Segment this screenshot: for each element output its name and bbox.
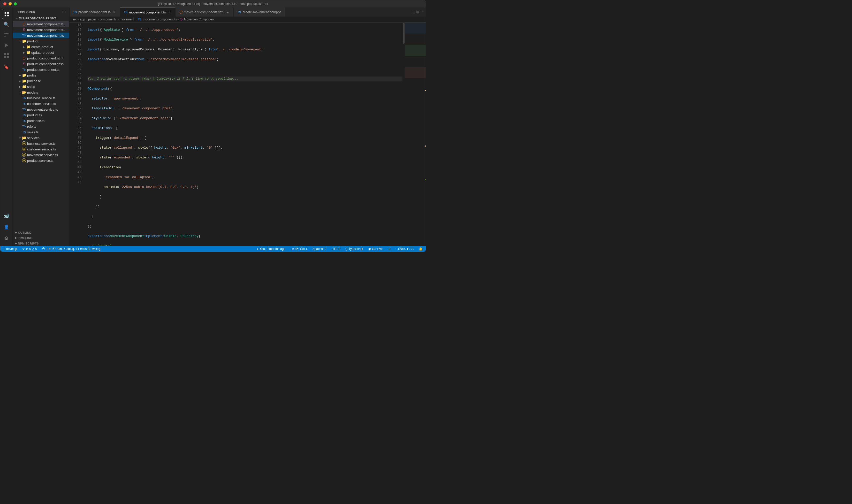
language-text: TypeScript (348, 247, 363, 251)
zoom-plus[interactable]: + (406, 247, 409, 251)
code-line-20: @Component({ (88, 86, 402, 91)
status-language[interactable]: {} TypeScript (344, 246, 364, 252)
tab-product-ts[interactable]: TS product.component.ts × (70, 7, 120, 17)
tab-close[interactable]: ● (226, 10, 230, 14)
activity-run[interactable] (2, 40, 11, 50)
sidebar-item-models[interactable]: ▾ 📂 models (13, 89, 69, 95)
breadcrumb-movement[interactable]: movement (120, 18, 134, 21)
code-editor[interactable]: 15161718 19202122 23242526 27282930 3132… (70, 22, 426, 246)
status-branch[interactable]: ⑂ develop (2, 246, 18, 252)
sidebar-item-label: sales.ts (27, 130, 69, 134)
activity-source-control[interactable] (2, 30, 11, 39)
sidebar-item-services[interactable]: ▾ 📂 services (13, 135, 69, 141)
status-encoding[interactable]: UTF-8 (330, 246, 341, 252)
tab-create-movement[interactable]: TS create-movement.compor (234, 7, 285, 17)
status-zoom[interactable]: - 120% + AA (395, 246, 415, 252)
breadcrumb-pages[interactable]: pages (88, 18, 97, 21)
sidebar-item-create-product[interactable]: ▶ 📁 create-product (13, 44, 69, 50)
tab-movement-ts[interactable]: TS movement.component.ts × (120, 7, 175, 17)
status-errors[interactable]: ↺ ⊘ 0 △ 0 (21, 246, 38, 252)
minimize-button[interactable] (8, 2, 12, 5)
outline-section[interactable]: ▶ OUTLINE (13, 230, 69, 235)
sidebar-item-profile[interactable]: ▶ 📁 profile (13, 72, 69, 78)
activity-explorer[interactable] (2, 10, 11, 19)
sidebar-item-product-ts[interactable]: TS product.component.ts (13, 67, 69, 72)
sidebar-item-customer-service[interactable]: Ⓐ customer.service.ts (13, 146, 69, 152)
sidebar-item-label: product.component.html (27, 56, 69, 60)
timeline-section[interactable]: ▶ TIMELINE (13, 235, 69, 241)
sidebar-item-label: product.service.ts (27, 159, 69, 163)
sidebar-item-label: sales (27, 85, 69, 89)
sidebar-item-movement-service[interactable]: Ⓐ movement.service.ts (13, 152, 69, 158)
tab-movement-html[interactable]: ⬡ movement.component.html ● (176, 7, 234, 17)
tab-close[interactable]: × (167, 10, 171, 14)
maximize-button[interactable] (14, 2, 17, 5)
sidebar-item-movement-model-ts[interactable]: TS movement.service.ts (13, 107, 69, 112)
scrollbar[interactable] (402, 22, 405, 246)
app-window: [Extension Development Host] - movement.… (0, 0, 426, 252)
sidebar-item-business-service[interactable]: Ⓐ business.service.ts (13, 141, 69, 146)
sidebar-item-product[interactable]: ▾ 📁 product (13, 38, 69, 44)
sidebar-item-product-html[interactable]: ⬡ product.component.html (13, 55, 69, 61)
status-spaces[interactable]: Spaces: 2 (311, 246, 327, 252)
activity-extensions[interactable] (2, 51, 11, 60)
sidebar-item-purchase[interactable]: ▶ 📁 purchase (13, 78, 69, 84)
status-layout[interactable]: ⊞ (387, 246, 391, 252)
scrollbar-thumb[interactable] (403, 23, 404, 44)
code-line-15: import { AppState } from '../../../app.r… (88, 28, 402, 32)
breadcrumb-file[interactable]: movement.component.ts (143, 18, 177, 21)
close-button[interactable] (3, 2, 6, 5)
sidebar-item-movement-ts[interactable]: TS movement.component.ts (13, 33, 69, 38)
arrow: ▶ (18, 79, 22, 83)
code-line-36: // General (88, 244, 402, 246)
zoom-minus[interactable]: - (396, 247, 397, 251)
sidebar-item-label: movement.component.ts (27, 34, 69, 37)
activity-docker[interactable]: 🐋 (2, 211, 11, 220)
activity-settings[interactable]: ⚙ (2, 234, 11, 243)
sidebar-item-product-model-ts[interactable]: TS product.ts (13, 112, 69, 118)
spaces-text: Spaces: 2 (312, 247, 326, 251)
arrow: ▾ (18, 90, 22, 94)
split-editor-icon[interactable]: ⊡ (412, 10, 414, 14)
code-line-32: ]) (88, 204, 402, 209)
code-content[interactable]: import { AppState } from '../../../app.r… (84, 22, 402, 246)
position-text: Ln 85, Col 1 (291, 247, 307, 251)
status-time[interactable]: ⏱ 1 hr 57 mins Coding, 11 mins Browsing (41, 246, 101, 252)
sidebar-item-label: business.service.ts (27, 142, 69, 145)
activity-bookmark[interactable]: 🔖 (2, 62, 11, 72)
status-live[interactable]: ◉ Go Live (367, 246, 384, 252)
html-icon: ⬡ (22, 22, 26, 26)
sidebar-item-product-service[interactable]: Ⓐ product.service.ts (13, 158, 69, 163)
folder-icon: 📁 (22, 39, 26, 43)
breadcrumb-components[interactable]: components (100, 18, 116, 21)
code-line-16: import { ModalService } from '../../../c… (88, 37, 402, 42)
tab-close[interactable]: × (112, 10, 116, 14)
status-position[interactable]: Ln 85, Col 1 (290, 246, 308, 252)
breadcrumb-app[interactable]: app (80, 18, 85, 21)
status-bell[interactable]: 🔔 (418, 246, 424, 252)
sidebar-item-role-ts[interactable]: TS role.ts (13, 124, 69, 129)
sidebar-item-sales-ts[interactable]: TS sales.ts (13, 129, 69, 135)
breadcrumb-class[interactable]: MovementComponent (184, 18, 215, 21)
sidebar-item-update-product[interactable]: ▶ 📁 update-product (13, 50, 69, 55)
sidebar-item-purchase-model-ts[interactable]: TS purchase.ts (13, 118, 69, 124)
status-author[interactable]: ♦ You, 2 months ago (256, 246, 286, 252)
status-left: ⑂ develop ↺ ⊘ 0 △ 0 ⏱ 1 hr 57 mins Codin… (2, 246, 101, 252)
text-size[interactable]: AA (410, 247, 414, 251)
activity-account[interactable]: 👤 (2, 222, 11, 232)
tab-label: product.component.ts (78, 10, 111, 14)
sidebar-item-movement-scss[interactable]: S movement.component.s... (13, 27, 69, 33)
layout-icon[interactable]: ⊞ (416, 10, 419, 14)
sidebar-root[interactable]: ▾ MIS-PRODUCTOS-FRONT (13, 16, 69, 21)
breadcrumb-src[interactable]: src (73, 18, 77, 21)
more-actions-icon[interactable]: ⋯ (420, 10, 424, 14)
sidebar-item-product-scss[interactable]: S product.component.scss (13, 61, 69, 67)
activity-search[interactable]: 🔍 (2, 20, 11, 29)
sidebar-item-movement-html[interactable]: ⬡ movement.component.h... (13, 21, 69, 27)
sidebar-item-sales[interactable]: ▶ 📁 sales (13, 84, 69, 89)
npm-scripts-section[interactable]: ▶ NPM SCRIPTS (13, 241, 69, 246)
sidebar-item-customer-ts[interactable]: TS customer.service.ts (13, 101, 69, 107)
sidebar-item-business-ts[interactable]: TS business.service.ts (13, 95, 69, 101)
sidebar-item-label: movement.service.ts (27, 108, 69, 111)
new-file-icon[interactable]: ⋯ (62, 10, 66, 15)
